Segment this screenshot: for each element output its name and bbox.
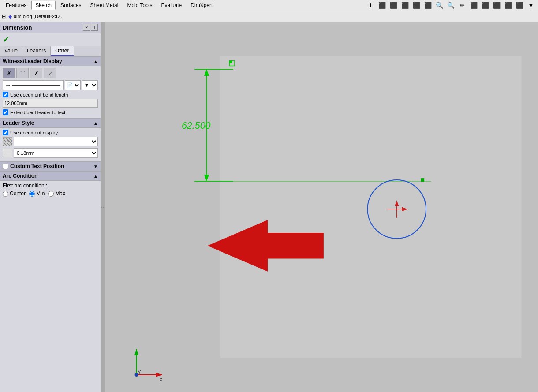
use-doc-display-checkbox[interactable] [3, 130, 8, 135]
arc-radio-min: Min [29, 190, 45, 197]
panel-help-button[interactable]: ? [83, 24, 90, 31]
tree-expand-icon[interactable]: ⊞ [2, 14, 6, 19]
leader-style-section: Leader Style ▲ Use document display [0, 118, 101, 161]
arc-max-radio[interactable] [48, 191, 54, 197]
witness-leader-content: ✗ ⌒ ✗ ↙ → 📄 ▼ [0, 66, 101, 118]
leader-color-swatch[interactable] [3, 137, 12, 146]
arrow-style-dropdown[interactable]: 📄 [65, 80, 81, 90]
toolbar-icon-11[interactable]: ⬛ [503, 0, 513, 11]
use-doc-display-label: Use document display [10, 130, 58, 135]
arc-radio-row: Center Min Max [0, 190, 101, 199]
breadcrumb-path: dim.blog (Default<<D... [14, 14, 64, 19]
witness-icon-row: ✗ ⌒ ✗ ↙ [3, 68, 98, 78]
breadcrumb-bar: ⊞ ◆ dim.blog (Default<<D... [0, 11, 538, 22]
tab-value[interactable]: Value [0, 46, 22, 56]
svg-rect-12 [421, 178, 424, 182]
tab-sheet-metal[interactable]: Sheet Metal [86, 1, 122, 10]
toolbar-zoom-out[interactable]: 🔍 [445, 0, 456, 11]
arc-condition-section: Arc Condition ▲ First arc condition : Ce… [0, 171, 101, 201]
tab-mold-tools[interactable]: Mold Tools [123, 1, 156, 10]
bend-length-row: 12.000mm [3, 99, 98, 108]
bend-length-input[interactable]: 12.000mm [3, 99, 98, 108]
arrow-line [12, 85, 60, 86]
line-weight-icon [3, 149, 12, 157]
leader-weight-row: 0.18mm [3, 148, 98, 158]
toolbar-icon-3[interactable]: ⬛ [388, 0, 399, 11]
arrow-size-dropdown[interactable]: ▼ [82, 80, 98, 90]
arc-max-label: Max [55, 190, 65, 197]
custom-text-section: Custom Text Position ▼ [0, 161, 101, 171]
extend-bent-row: Extend bent leader to text [3, 109, 98, 115]
tab-leaders[interactable]: Leaders [22, 46, 51, 56]
witness-leader-toggle[interactable]: ▲ [93, 59, 98, 64]
svg-text:62.500: 62.500 [182, 120, 211, 131]
witness-leader-header[interactable]: Witness/Leader Display ▲ [0, 56, 101, 66]
arc-min-radio[interactable] [29, 191, 35, 197]
menu-tabs: Features Sketch Surfaces Sheet Metal Mol… [0, 0, 538, 11]
svg-rect-9 [229, 61, 232, 63]
toolbar-icon-6[interactable]: ⬛ [422, 0, 433, 11]
use-doc-bend-label: Use document bend length [10, 92, 68, 97]
arc-min-label: Min [36, 190, 45, 197]
doc-icon: ◆ [8, 14, 12, 19]
arc-condition-content: First arc condition : Center Min Max [0, 181, 101, 201]
toolbar-icon-4[interactable]: ⬛ [400, 0, 410, 11]
tab-surfaces[interactable]: Surfaces [56, 1, 85, 10]
leader-style-toggle[interactable]: ▲ [93, 121, 98, 126]
toolbar-icon-1[interactable]: ⬆ [365, 0, 376, 11]
leader-style-title: Leader Style [3, 120, 34, 126]
panel-info-button[interactable]: i [91, 24, 98, 31]
panel-header: Dimension ? i [0, 22, 101, 33]
toolbar-icon-9[interactable]: ⬛ [480, 0, 490, 11]
arc-radio-center: Center [3, 190, 26, 197]
tab-sketch[interactable]: Sketch [31, 1, 56, 10]
witness-leader-title: Witness/Leader Display [3, 58, 62, 64]
svg-text:X: X [159, 377, 162, 382]
leader-color-dropdown[interactable] [14, 137, 98, 146]
toolbar-icon-5[interactable]: ⬛ [411, 0, 422, 11]
witness-icon-arc[interactable]: ⌒ [16, 68, 29, 78]
arc-condition-title: Arc Condition [3, 173, 37, 179]
canvas-area[interactable]: 62.500 Y X [105, 22, 538, 392]
witness-icon-slash[interactable]: ✗ [3, 68, 15, 78]
arrow-dropdown-row: → 📄 ▼ [3, 80, 98, 90]
toolbar-icon-10[interactable]: ⬛ [491, 0, 502, 11]
toolbar-icon-2[interactable]: ⬛ [377, 0, 387, 11]
witness-icon-cross[interactable]: ✗ [30, 68, 42, 78]
left-panel: Dimension ? i ✓ Value Leaders Other Witn… [0, 22, 101, 392]
extend-bent-checkbox[interactable] [3, 109, 8, 115]
custom-text-checkbox[interactable] [3, 164, 8, 169]
tab-other[interactable]: Other [51, 46, 74, 56]
witness-icon-curve[interactable]: ↙ [44, 68, 56, 78]
arc-condition-header[interactable]: Arc Condition ▲ [0, 171, 101, 181]
arc-center-label: Center [10, 190, 26, 197]
toolbar-zoom-in[interactable]: 🔍 [434, 0, 445, 11]
tab-features[interactable]: Features [2, 1, 30, 10]
first-arc-label: First arc condition : [0, 181, 101, 190]
toolbar-more[interactable]: ▼ [526, 0, 536, 11]
toolbar-icon-7[interactable]: ✏ [457, 0, 467, 11]
svg-rect-1 [220, 56, 522, 358]
arc-center-radio[interactable] [3, 191, 8, 197]
witness-leader-section: Witness/Leader Display ▲ ✗ ⌒ ✗ ↙ → [0, 56, 101, 118]
tab-evaluate[interactable]: Evaluate [157, 1, 186, 10]
leader-style-content: Use document display 0.18mm [0, 128, 101, 161]
leader-color-row [3, 137, 98, 146]
svg-text:Y: Y [138, 370, 141, 375]
custom-text-title: Custom Text Position [10, 163, 64, 169]
custom-text-header[interactable]: Custom Text Position ▼ [0, 161, 101, 171]
panel-tabs: Value Leaders Other [0, 46, 101, 56]
use-doc-bend-checkbox[interactable] [3, 92, 8, 97]
custom-text-toggle[interactable]: ▼ [93, 164, 98, 169]
confirm-checkmark[interactable]: ✓ [3, 35, 9, 45]
panel-resize-handle[interactable]: ⋮ [101, 22, 105, 392]
drawing-canvas: 62.500 Y X [105, 22, 538, 392]
use-doc-display-row: Use document display [3, 130, 98, 135]
toolbar-icon-8[interactable]: ⬛ [468, 0, 479, 11]
leader-style-header[interactable]: Leader Style ▲ [0, 118, 101, 128]
arc-condition-toggle[interactable]: ▲ [93, 174, 98, 179]
toolbar-icon-12[interactable]: ⬛ [514, 0, 525, 11]
tab-dimxpert[interactable]: DimXpert [187, 1, 217, 10]
leader-weight-dropdown[interactable]: 0.18mm [14, 148, 98, 158]
use-doc-bend-row: Use document bend length [3, 92, 98, 97]
